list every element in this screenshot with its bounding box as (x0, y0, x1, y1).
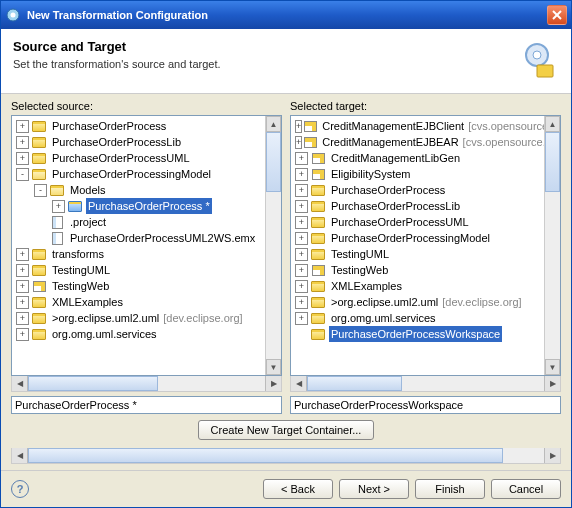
tree-item[interactable]: +PurchaseOrderProcessingModel (291, 230, 544, 246)
tree-item-label: PurchaseOrderProcessingModel (50, 166, 213, 182)
tree-item[interactable]: +>org.eclipse.uml2.uml [dev.eclipse.org] (291, 294, 544, 310)
scroll-thumb[interactable] (545, 132, 560, 192)
tree-item-label: PurchaseOrderProcessUML (329, 214, 471, 230)
tree-twisty[interactable]: + (295, 120, 302, 133)
tree-twisty[interactable]: + (295, 216, 308, 229)
tree-item[interactable]: +org.omg.uml.services (291, 310, 544, 326)
tree-item[interactable]: +TestingUML (12, 262, 265, 278)
scrollbar-vertical[interactable]: ▲ ▼ (265, 116, 281, 375)
scroll-thumb[interactable] (266, 132, 281, 192)
svg-point-1 (11, 13, 16, 18)
source-tree[interactable]: +PurchaseOrderProcess+PurchaseOrderProce… (12, 116, 265, 375)
tree-item[interactable]: +PurchaseOrderProcessLib (12, 134, 265, 150)
help-icon[interactable]: ? (11, 480, 29, 498)
create-target-container-button[interactable]: Create New Target Container... (198, 420, 375, 440)
tree-item[interactable]: .project (12, 214, 265, 230)
tree-twisty[interactable]: + (295, 296, 308, 309)
tree-twisty[interactable]: + (16, 248, 29, 261)
folder-icon (31, 327, 47, 341)
wizard-banner-icon (515, 39, 559, 83)
tree-twisty[interactable]: + (295, 168, 308, 181)
tree-item[interactable]: +>org.eclipse.uml2.uml [dev.eclipse.org] (12, 310, 265, 326)
title-bar[interactable]: New Transformation Configuration (1, 1, 571, 29)
scroll-left-button[interactable]: ◀ (291, 376, 307, 391)
tree-item[interactable]: +TestingWeb (291, 262, 544, 278)
tree-item[interactable]: PurchaseOrderProcessWorkspace (291, 326, 544, 342)
tree-twisty[interactable]: + (295, 248, 308, 261)
tree-twisty[interactable]: + (16, 136, 29, 149)
tree-item[interactable]: +EligibilitySystem (291, 166, 544, 182)
tree-twisty[interactable]: + (295, 264, 308, 277)
tree-twisty[interactable]: + (295, 200, 308, 213)
tree-item-label: transforms (50, 246, 106, 262)
scroll-thumb-h[interactable] (28, 448, 503, 463)
tree-item[interactable]: +transforms (12, 246, 265, 262)
target-tree[interactable]: +CreditManagementEJBClient [cvs.opensour… (291, 116, 544, 375)
tree-item[interactable]: +PurchaseOrderProcessUML (12, 150, 265, 166)
next-button[interactable]: Next > (339, 479, 409, 499)
tree-item[interactable]: -PurchaseOrderProcessingModel (12, 166, 265, 182)
scroll-down-button[interactable]: ▼ (545, 359, 560, 375)
tree-twisty[interactable]: + (295, 312, 308, 325)
scroll-up-button[interactable]: ▲ (266, 116, 281, 132)
repo-decorator: [cvs.opensource.il (466, 118, 544, 134)
tree-item[interactable]: +PurchaseOrderProcess * (12, 198, 265, 214)
tree-item[interactable]: +PurchaseOrderProcess (291, 182, 544, 198)
tree-item[interactable]: -Models (12, 182, 265, 198)
scroll-right-button[interactable]: ▶ (544, 448, 560, 463)
tree-twisty[interactable]: + (295, 184, 308, 197)
finish-button[interactable]: Finish (415, 479, 485, 499)
tree-twisty[interactable]: + (16, 264, 29, 277)
tree-item-label: PurchaseOrderProcessUML (50, 150, 192, 166)
tree-twisty[interactable]: + (16, 152, 29, 165)
tree-item[interactable]: +PurchaseOrderProcessLib (291, 198, 544, 214)
tree-item[interactable]: +XMLExamples (291, 278, 544, 294)
tree-item-label: CreditManagementEJBClient (320, 118, 466, 134)
tree-item[interactable]: +XMLExamples (12, 294, 265, 310)
scroll-left-button[interactable]: ◀ (12, 376, 28, 391)
tree-twisty[interactable]: - (34, 184, 47, 197)
tree-twisty[interactable]: + (16, 296, 29, 309)
tree-item-label: PurchaseOrderProcessWorkspace (329, 326, 502, 342)
scroll-right-button[interactable]: ▶ (544, 376, 560, 391)
scroll-thumb-h[interactable] (307, 376, 402, 391)
scroll-up-button[interactable]: ▲ (545, 116, 560, 132)
tree-twisty[interactable]: + (16, 120, 29, 133)
scroll-right-button[interactable]: ▶ (265, 376, 281, 391)
tree-item[interactable]: +CreditManagementLibGen (291, 150, 544, 166)
tree-item[interactable]: PurchaseOrderProcessUML2WS.emx (12, 230, 265, 246)
tree-item[interactable]: +CreditManagementEJBEAR [cvs.opensource.… (291, 134, 544, 150)
tree-item[interactable]: +TestingWeb (12, 278, 265, 294)
tree-twisty-none (295, 328, 308, 341)
tree-twisty[interactable]: + (295, 280, 308, 293)
tree-twisty[interactable]: + (16, 280, 29, 293)
tree-twisty[interactable]: + (52, 200, 65, 213)
tree-twisty[interactable]: + (295, 136, 302, 149)
tree-twisty[interactable]: + (16, 312, 29, 325)
tree-twisty[interactable]: - (16, 168, 29, 181)
scrollbar-horizontal[interactable]: ◀ ▶ (11, 376, 282, 392)
tree-item-label: PurchaseOrderProcessLib (329, 198, 462, 214)
cancel-button[interactable]: Cancel (491, 479, 561, 499)
tree-item[interactable]: +org.omg.uml.services (12, 326, 265, 342)
tree-item-label: .project (68, 214, 108, 230)
back-button[interactable]: < Back (263, 479, 333, 499)
tree-twisty[interactable]: + (16, 328, 29, 341)
tree-twisty[interactable]: + (295, 232, 308, 245)
scroll-left-button[interactable]: ◀ (12, 448, 28, 463)
scrollbar-vertical[interactable]: ▲ ▼ (544, 116, 560, 375)
scrollbar-horizontal[interactable]: ◀ ▶ (11, 448, 561, 464)
folder-icon (310, 279, 326, 293)
target-input[interactable] (290, 396, 561, 414)
folder-icon (31, 311, 47, 325)
tree-item[interactable]: +PurchaseOrderProcess (12, 118, 265, 134)
close-button[interactable] (547, 5, 567, 25)
scrollbar-horizontal[interactable]: ◀ ▶ (290, 376, 561, 392)
source-input[interactable] (11, 396, 282, 414)
scroll-down-button[interactable]: ▼ (266, 359, 281, 375)
tree-item[interactable]: +CreditManagementEJBClient [cvs.opensour… (291, 118, 544, 134)
tree-twisty[interactable]: + (295, 152, 308, 165)
tree-item[interactable]: +TestingUML (291, 246, 544, 262)
scroll-thumb-h[interactable] (28, 376, 158, 391)
tree-item[interactable]: +PurchaseOrderProcessUML (291, 214, 544, 230)
